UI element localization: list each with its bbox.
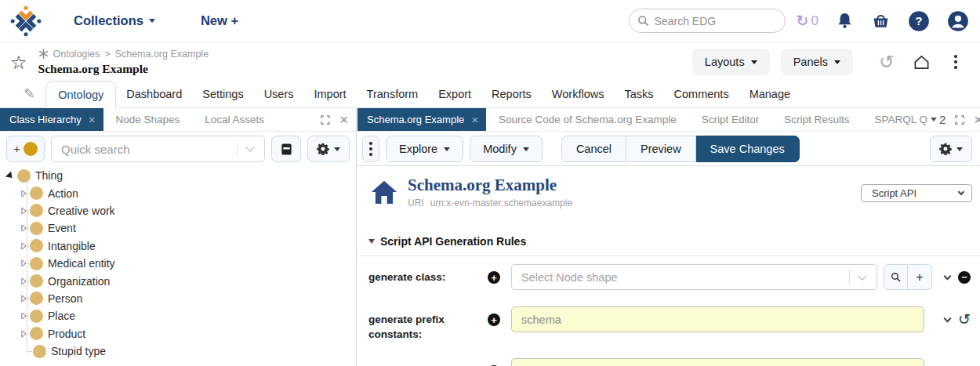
modify-button[interactable]: Modify (470, 136, 543, 162)
chevron-down-icon (834, 60, 840, 64)
tree-item-action[interactable]: Action (0, 184, 356, 201)
close-icon[interactable]: × (89, 114, 96, 125)
chevron-down-icon[interactable] (944, 314, 952, 322)
edg-logo-icon[interactable] (9, 5, 42, 38)
undo-button[interactable]: ↺ (875, 50, 898, 74)
tab-import[interactable]: Import (304, 81, 357, 107)
expand-arrow-icon[interactable] (21, 242, 27, 250)
notifications-button[interactable] (836, 12, 854, 30)
tree-label: Place (48, 310, 75, 322)
view-selector[interactable]: Script API (861, 184, 972, 202)
form-settings-button[interactable] (930, 136, 972, 162)
panel-tab-class-hierarchy[interactable]: Class Hierarchy × (0, 108, 103, 131)
tab-users[interactable]: Users (254, 81, 304, 107)
tab-comments[interactable]: Comments (664, 81, 739, 107)
expand-arrow-icon[interactable] (21, 207, 27, 215)
tree-item-intangible[interactable]: Intangible (0, 237, 356, 255)
undo-icon: ↺ (879, 53, 894, 71)
panel-tab-script-results[interactable]: Script Results (771, 108, 862, 131)
legend-button[interactable] (271, 136, 301, 162)
global-search[interactable] (629, 9, 786, 33)
collapse-arrow-icon[interactable] (5, 171, 15, 180)
tab-reports[interactable]: Reports (481, 81, 542, 107)
layouts-button[interactable]: Layouts (692, 49, 770, 75)
close-panel-icon[interactable]: × (974, 112, 980, 127)
maximize-panel-icon[interactable] (955, 115, 964, 125)
topbar-actions: ↻ 0 (629, 9, 969, 33)
profile-button[interactable] (947, 10, 969, 32)
expand-arrow-icon[interactable] (21, 190, 27, 197)
create-class-button[interactable]: + (6, 136, 45, 162)
panel-tab-schema-example[interactable]: Schema.org Example × (358, 108, 486, 131)
tree-item-thing[interactable]: Thing (0, 167, 356, 184)
tree-item-place[interactable]: Place (0, 307, 356, 324)
add-value-icon[interactable]: + (488, 313, 500, 326)
chevron-down-icon[interactable] (245, 143, 254, 151)
remove-value-icon[interactable]: − (958, 271, 971, 284)
node-shape-select[interactable]: Select Node shape (511, 264, 877, 290)
tab-overflow-menu[interactable]: 2 (931, 113, 946, 126)
panel-tab-sparql[interactable]: SPARQL Q (862, 108, 931, 131)
panel-settings-button[interactable] (307, 136, 350, 162)
panel-tab-node-shapes[interactable]: Node Shapes (103, 108, 193, 131)
panels-button[interactable]: Panels (781, 49, 853, 75)
panel-tab-script-editor[interactable]: Script Editor (689, 108, 772, 131)
panel-tab-source-code[interactable]: Source Code of Schema.org Example (486, 108, 689, 131)
basket-button[interactable] (871, 11, 891, 31)
chevron-down-icon[interactable] (944, 272, 952, 280)
breadcrumb-current-page[interactable]: Schema.org Example (115, 49, 209, 60)
create-node-shape-button[interactable]: + (908, 264, 932, 290)
maximize-panel-icon[interactable] (321, 115, 330, 125)
tree-item-event[interactable]: Event (0, 219, 356, 237)
tree-item-medical-entity[interactable]: Medical entity (0, 255, 356, 272)
tree-item-organization[interactable]: Organization (0, 272, 356, 289)
prefix-constants-input[interactable] (511, 306, 924, 332)
tab-settings[interactable]: Settings (192, 81, 253, 107)
save-changes-button[interactable]: Save Changes (696, 136, 800, 162)
tree-item-product[interactable]: Product (0, 325, 356, 342)
tab-dashboard[interactable]: Dashboard (116, 81, 192, 107)
tree-label: Stupid type (51, 345, 106, 357)
field-label: generate prefix classes: (368, 358, 488, 366)
add-value-icon[interactable]: + (488, 271, 500, 284)
more-options-button[interactable] (944, 50, 967, 74)
expand-arrow-icon[interactable] (21, 277, 27, 285)
breadcrumb-collection-type[interactable]: Ontologies (53, 49, 100, 60)
expand-arrow-icon[interactable] (21, 330, 27, 338)
explore-button[interactable]: Explore (386, 136, 463, 162)
tab-tasks[interactable]: Tasks (614, 81, 663, 107)
close-icon[interactable]: × (471, 114, 478, 125)
panel-more-button[interactable] (362, 136, 379, 162)
tree-item-stupid-type[interactable]: Stupid type (0, 342, 356, 360)
expand-arrow-icon[interactable] (21, 224, 27, 232)
help-button[interactable]: ? (908, 10, 930, 32)
tree-item-person[interactable]: Person (0, 290, 356, 307)
class-icon (33, 345, 46, 358)
refresh-counter[interactable]: ↻ 0 (797, 12, 818, 30)
search-input[interactable] (655, 15, 772, 27)
chevron-down-icon (751, 60, 757, 64)
search-node-shape-button[interactable] (884, 264, 908, 290)
new-menu[interactable]: New + (201, 13, 238, 28)
cancel-button[interactable]: Cancel (561, 136, 626, 162)
home-button[interactable] (909, 50, 933, 74)
tab-workflows[interactable]: Workflows (542, 81, 615, 107)
preview-button[interactable]: Preview (626, 136, 696, 162)
panel-tab-local-assets[interactable]: Local Assets (192, 108, 277, 131)
tab-transform[interactable]: Transform (357, 81, 429, 107)
tab-export[interactable]: Export (428, 81, 481, 107)
undo-icon[interactable]: ↺ (958, 312, 971, 327)
tree-item-creative-work[interactable]: Creative work (0, 202, 356, 219)
expand-arrow-icon[interactable] (21, 312, 27, 320)
close-panel-icon[interactable]: × (339, 112, 348, 127)
collections-menu[interactable]: Collections (74, 13, 155, 28)
prefix-classes-input[interactable] (511, 358, 924, 366)
tab-ontology[interactable]: Ontology (45, 81, 116, 108)
quick-search-input[interactable] (52, 143, 237, 156)
expand-arrow-icon[interactable] (21, 259, 27, 267)
favorite-star-icon[interactable]: ☆ (10, 52, 27, 74)
expand-arrow-icon[interactable] (21, 295, 27, 303)
section-script-api-rules[interactable]: Script API Generation Rules (368, 235, 972, 248)
tab-manage[interactable]: Manage (739, 81, 800, 107)
quick-search-box[interactable] (51, 136, 265, 162)
